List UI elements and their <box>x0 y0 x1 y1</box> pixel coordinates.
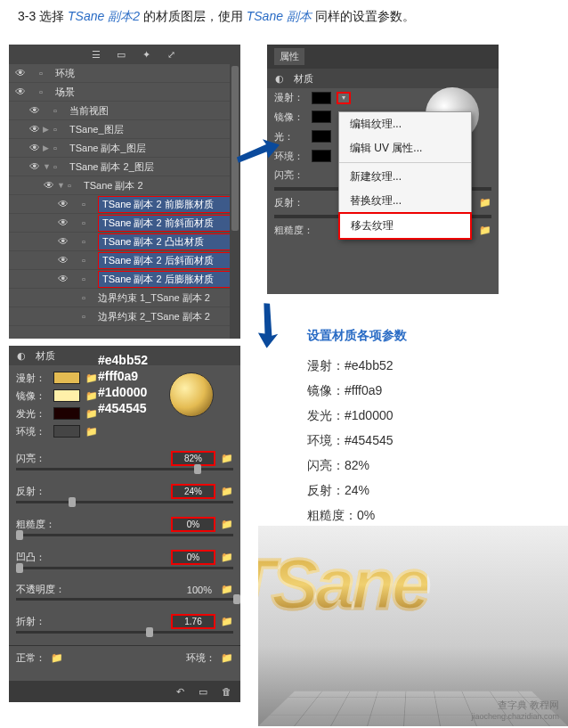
material-icon: ◐ <box>272 71 287 86</box>
layer-type-icon: ▫ <box>39 68 53 78</box>
visibility-icon[interactable]: 👁 <box>27 142 43 154</box>
folder-icon[interactable]: 📁 <box>221 652 233 664</box>
layers-toolbar: ☰ ▭ ✦ ⤢ <box>9 45 240 64</box>
visibility-icon[interactable]: 👁 <box>55 198 71 210</box>
layer-row[interactable]: 👁 ▶ ▫ TSane_图层 <box>9 120 240 139</box>
color-swatch[interactable] <box>53 407 80 420</box>
dropdown-icon[interactable]: ▾ <box>337 92 351 104</box>
layer-type-icon: ▫ <box>53 143 68 153</box>
param-line: 镜像：#fff0a9 <box>307 378 407 403</box>
folder-icon[interactable]: 📁 <box>221 584 233 595</box>
layers-panel: ☰ ▭ ✦ ⤢ 👁 ▫ 环境👁 ▫ 场景👁 ▫ 当前视图👁 ▶ ▫ TSane_… <box>9 45 240 339</box>
layer-name: 边界约束 2_TSane 副本 2 <box>98 310 237 323</box>
folder-icon[interactable]: 📁 <box>221 616 233 627</box>
context-menu-item[interactable]: 编辑 UV 属性... <box>339 136 471 160</box>
folder-icon[interactable]: 📁 <box>221 453 233 464</box>
visibility-icon[interactable]: 👁 <box>55 235 71 248</box>
visibility-icon[interactable]: 👁 <box>12 86 28 98</box>
layer-row[interactable]: ▫ 边界约束 1_TSane 副本 2 <box>9 289 240 307</box>
twisty-icon[interactable]: ▼ <box>57 181 68 190</box>
visibility-icon[interactable]: 👁 <box>27 123 43 135</box>
folder-icon[interactable]: 📁 <box>85 408 98 420</box>
toolbar-icon[interactable]: ⤢ <box>164 47 178 61</box>
toolbar-icon[interactable]: ✦ <box>139 47 153 61</box>
folder-icon[interactable]: 📁 <box>221 552 233 563</box>
layer-row[interactable]: 👁 ▫ TSane 副本 2 凸出材质 <box>9 233 240 251</box>
slider-track[interactable] <box>16 598 233 601</box>
visibility-icon[interactable]: 👁 <box>55 254 71 266</box>
slider-track[interactable] <box>16 567 233 569</box>
layer-type-icon: ▫ <box>82 236 96 247</box>
subtab-label: 材质 <box>294 72 313 86</box>
color-swatch[interactable] <box>312 150 331 162</box>
twisty-icon[interactable]: ▼ <box>43 162 53 171</box>
color-swatch[interactable] <box>312 110 331 123</box>
delete-icon[interactable]: 🗑 <box>219 684 233 699</box>
slider-track[interactable] <box>16 468 233 470</box>
slider-track[interactable] <box>16 534 233 536</box>
slider-value[interactable]: 82% <box>171 451 215 466</box>
toolbar-icon[interactable]: ▭ <box>114 47 128 61</box>
layer-row[interactable]: 👁 ▫ TSane 副本 2 前膨胀材质 <box>9 195 240 214</box>
layer-name: TSane 副本 2 前斜面材质 <box>98 215 237 232</box>
slider-value[interactable]: 0% <box>171 550 215 565</box>
hex-overlay: #1d0000 <box>98 385 147 399</box>
visibility-icon[interactable]: 👁 <box>12 67 28 79</box>
visibility-icon[interactable]: 👁 <box>27 104 43 117</box>
folder-icon[interactable]: 📁 <box>479 197 491 209</box>
context-menu-item[interactable]: 移去纹理 <box>338 212 472 240</box>
folder-icon[interactable]: 📁 <box>479 225 491 236</box>
layer-row[interactable]: 👁 ▼ ▫ TSane 副本 2 <box>9 176 240 195</box>
layer-row[interactable]: 👁 ▫ 场景 <box>9 83 240 102</box>
param-line: 漫射：#e4bb52 <box>307 353 407 378</box>
context-menu-item[interactable]: 新建纹理... <box>339 165 471 189</box>
toolbar-icon[interactable]: ☰ <box>89 47 103 61</box>
layer-name: TSane 副本_图层 <box>69 142 237 155</box>
tab-properties[interactable]: 属性 <box>274 48 304 65</box>
context-menu-item[interactable]: 替换纹理... <box>339 189 471 213</box>
layer-type-icon: ▫ <box>53 124 68 135</box>
layer-row[interactable]: 👁 ▫ 环境 <box>9 64 240 83</box>
layer-row[interactable]: 👁 ▫ TSane 副本 2 前斜面材质 <box>9 214 240 233</box>
watermark: 查字典 教程网 jiaocheng.chazidian.com <box>471 699 559 721</box>
folder-icon[interactable]: 📁 <box>221 519 233 530</box>
folder-icon[interactable]: 📁 <box>85 426 98 438</box>
layer-type-icon: ▫ <box>82 199 96 209</box>
tab-bar: 属性 <box>267 45 499 69</box>
folder-icon[interactable]: 📁 <box>85 390 98 402</box>
color-swatch[interactable] <box>53 425 80 438</box>
twisty-icon[interactable]: ▶ <box>43 143 53 152</box>
visibility-icon[interactable]: 👁 <box>55 273 71 285</box>
slider-value[interactable]: 0% <box>171 517 215 532</box>
layer-row[interactable]: 👁 ▫ TSane 副本 2 后膨胀材质 <box>9 270 240 289</box>
slider-track[interactable] <box>16 631 233 634</box>
folder-icon[interactable]: 📁 <box>221 486 233 497</box>
color-swatch[interactable] <box>53 372 80 384</box>
layer-row[interactable]: 👁 ▫ TSane 副本 2 后斜面材质 <box>9 251 240 270</box>
slider-row: 折射： 1.76 📁 <box>9 607 240 631</box>
material-icon: ◐ <box>14 348 28 363</box>
color-swatch[interactable] <box>312 92 331 104</box>
slider-value[interactable]: 24% <box>171 484 215 499</box>
slider-track[interactable] <box>16 501 233 503</box>
twisty-icon[interactable]: ▶ <box>43 125 53 134</box>
visibility-icon[interactable]: 👁 <box>27 160 43 173</box>
render-preview: TSane 查字典 教程网 jiaocheng.chazidian.com <box>258 526 568 726</box>
new-icon[interactable]: ▭ <box>196 684 210 699</box>
color-swatch[interactable] <box>53 389 80 402</box>
revert-icon[interactable]: ↶ <box>173 684 187 699</box>
param-line: 环境：#454545 <box>307 428 407 453</box>
folder-icon[interactable]: 📁 <box>85 372 98 384</box>
scrollbar[interactable] <box>230 64 240 339</box>
slider-value[interactable]: 100% <box>171 585 215 595</box>
layer-row[interactable]: 👁 ▶ ▫ TSane 副本_图层 <box>9 139 240 158</box>
context-menu-item[interactable]: 编辑纹理... <box>339 112 471 136</box>
folder-icon[interactable]: 📁 <box>51 652 63 664</box>
slider-value[interactable]: 1.76 <box>171 614 215 629</box>
layer-row[interactable]: 👁 ▼ ▫ TSane 副本 2_图层 <box>9 158 240 176</box>
visibility-icon[interactable]: 👁 <box>55 217 71 229</box>
color-swatch[interactable] <box>312 130 331 143</box>
visibility-icon[interactable]: 👁 <box>41 179 57 192</box>
layer-row[interactable]: ▫ 边界约束 2_TSane 副本 2 <box>9 307 240 326</box>
layer-row[interactable]: 👁 ▫ 当前视图 <box>9 102 240 120</box>
